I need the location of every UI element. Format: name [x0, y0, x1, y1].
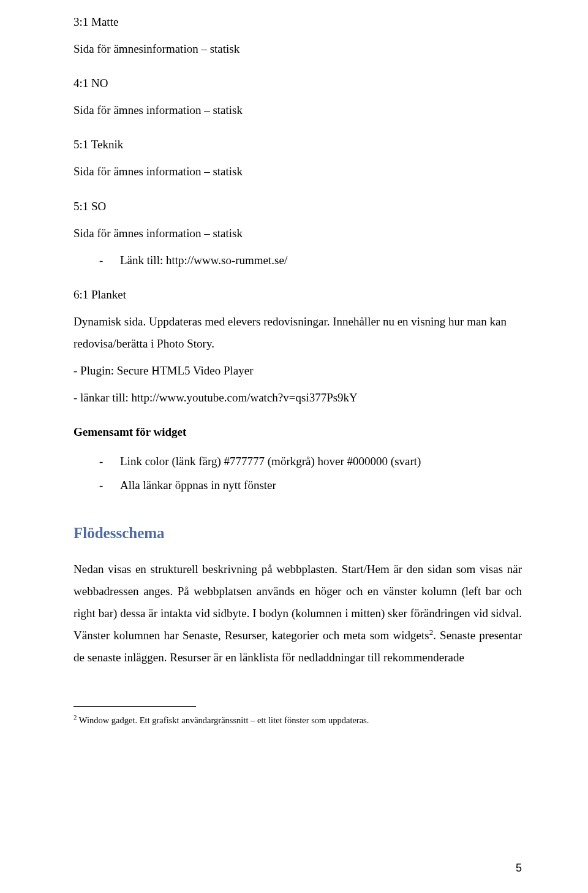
planket-plugin: - Plugin: Secure HTML5 Video Player — [74, 360, 522, 382]
flow-body: Nedan visas en strukturell beskrivning p… — [74, 558, 522, 669]
heading-teknik: 5:1 Teknik — [74, 134, 522, 156]
heading-flodesschema: Flödesschema — [74, 519, 522, 548]
section-no: 4:1 NO Sida för ämnes information – stat… — [74, 72, 522, 121]
section-so: 5:1 SO Sida för ämnes information – stat… — [74, 196, 522, 272]
line-matte: Sida för ämnesinformation – statisk — [74, 38, 522, 60]
footnote-separator — [74, 706, 196, 707]
heading-matte: 3:1 Matte — [74, 11, 522, 33]
widget-item: Link color (länk färg) #777777 (mörkgrå)… — [99, 450, 522, 473]
section-matte: 3:1 Matte Sida för ämnesinformation – st… — [74, 11, 522, 60]
line-no: Sida för ämnes information – statisk — [74, 99, 522, 121]
footnote: 2 Window gadget. Ett grafiskt användargr… — [74, 713, 522, 726]
line-so: Sida för ämnes information – statisk — [74, 222, 522, 245]
planket-desc: Dynamisk sida. Uppdateras med elevers re… — [74, 311, 522, 355]
heading-planket: 6:1 Planket — [74, 284, 522, 306]
heading-so: 5:1 SO — [74, 196, 522, 218]
so-link-item: Länk till: http://www.so-rummet.se/ — [99, 249, 522, 272]
page-number: 5 — [516, 857, 522, 878]
heading-no: 4:1 NO — [74, 72, 522, 94]
section-planket: 6:1 Planket Dynamisk sida. Uppdateras me… — [74, 284, 522, 409]
line-teknik: Sida för ämnes information – statisk — [74, 161, 522, 183]
section-widget: Gemensamt för widget Link color (länk fä… — [74, 421, 522, 496]
planket-link: - länkar till: http://www.youtube.com/wa… — [74, 387, 522, 409]
footnote-text: Window gadget. Ett grafiskt användargrän… — [77, 715, 369, 724]
widget-item: Alla länkar öppnas in nytt fönster — [99, 474, 522, 496]
heading-widget: Gemensamt för widget — [74, 421, 522, 443]
section-teknik: 5:1 Teknik Sida för ämnes information – … — [74, 134, 522, 183]
